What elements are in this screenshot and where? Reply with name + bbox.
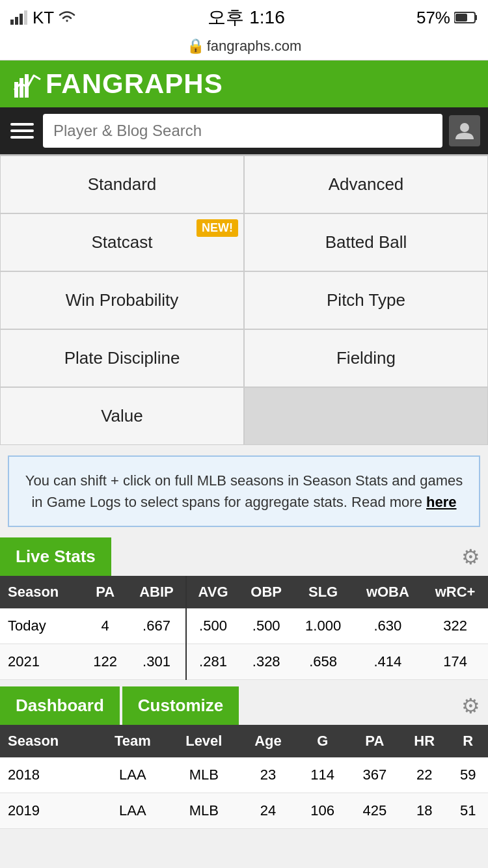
svg-rect-0 xyxy=(10,20,14,25)
cell-avg-2021: .281 xyxy=(186,644,239,680)
tab-pitch-type[interactable]: Pitch Type xyxy=(244,271,488,329)
info-box-link[interactable]: here xyxy=(426,494,456,510)
site-header: FANGRAPHS xyxy=(0,61,488,107)
tab-statcast[interactable]: Statcast NEW! xyxy=(0,213,244,271)
dash-age-2019: 24 xyxy=(239,793,296,829)
svg-rect-1 xyxy=(15,17,18,25)
svg-rect-8 xyxy=(20,78,23,98)
dash-g-2018: 114 xyxy=(297,757,349,793)
tab-empty-placeholder xyxy=(244,387,488,445)
tab-batted-ball[interactable]: Batted Ball xyxy=(244,213,488,271)
tab-fielding[interactable]: Fielding xyxy=(244,329,488,387)
col-woba: wOBA xyxy=(353,576,422,608)
cell-woba-2021: .414 xyxy=(353,644,422,680)
url-text: fangraphs.com xyxy=(207,38,302,54)
dash-team-2018: LAA xyxy=(97,757,168,793)
dash-col-season: Season xyxy=(0,725,97,757)
carrier-label: KT xyxy=(33,8,54,28)
col-slg: SLG xyxy=(293,576,353,608)
dash-col-pa: PA xyxy=(349,725,401,757)
live-stats-table: Season PA ABIP AVG OBP SLG wOBA wRC+ Tod… xyxy=(0,576,488,680)
search-bar-row xyxy=(0,107,488,154)
svg-rect-5 xyxy=(475,15,477,20)
dashboard-gear-icon[interactable]: ⚙ xyxy=(461,694,480,718)
dash-level-2018: MLB xyxy=(168,757,239,793)
cell-pa-2021: 122 xyxy=(83,644,127,680)
cell-obp-2021: .328 xyxy=(239,644,293,680)
svg-point-10 xyxy=(460,123,469,132)
tab-standard[interactable]: Standard xyxy=(0,156,244,213)
cell-wrc-2021: 174 xyxy=(422,644,488,680)
cell-slg-2021: .658 xyxy=(293,644,353,680)
dashboard-header-row: Season Team Level Age G PA HR R xyxy=(0,725,488,757)
dash-r-2019: 51 xyxy=(448,793,488,829)
live-stats-header-row: Season PA ABIP AVG OBP SLG wOBA wRC+ xyxy=(0,576,488,608)
dash-pa-2019: 425 xyxy=(349,793,401,829)
hamburger-line-1 xyxy=(10,123,34,126)
col-pa: PA xyxy=(83,576,127,608)
tab-plate-discipline[interactable]: Plate Discipline xyxy=(0,329,244,387)
info-box: You can shift + click on full MLB season… xyxy=(8,455,480,527)
fangraphs-logo-icon xyxy=(13,69,43,99)
lock-icon: 🔒 xyxy=(187,38,204,54)
svg-rect-3 xyxy=(24,10,27,25)
col-obp: OBP xyxy=(239,576,293,608)
col-season: Season xyxy=(0,576,83,608)
stats-tabs-grid: Standard Advanced Statcast NEW! Batted B… xyxy=(0,154,488,445)
logo-text: FANGRAPHS xyxy=(46,68,223,100)
dashboard-button[interactable]: Dashboard xyxy=(0,686,120,725)
dash-g-2019: 106 xyxy=(297,793,349,829)
dash-col-r: R xyxy=(448,725,488,757)
hamburger-line-3 xyxy=(10,136,34,139)
cell-abip-2021: .301 xyxy=(128,644,186,680)
status-time: 오후 1:16 xyxy=(208,5,284,30)
dash-col-team: Team xyxy=(97,725,168,757)
live-stats-button[interactable]: Live Stats xyxy=(0,537,111,576)
cell-season-today: Today xyxy=(0,608,83,644)
cell-wrc-today: 322 xyxy=(422,608,488,644)
dash-col-hr: HR xyxy=(401,725,448,757)
live-stats-gear-icon[interactable]: ⚙ xyxy=(461,545,480,569)
table-row: 2019 LAA MLB 24 106 425 18 51 xyxy=(0,793,488,829)
tab-advanced[interactable]: Advanced xyxy=(244,156,488,213)
user-account-button[interactable] xyxy=(449,115,480,146)
dash-season-2018: 2018 xyxy=(0,757,97,793)
dash-col-level: Level xyxy=(168,725,239,757)
battery-icon xyxy=(454,11,478,24)
dash-col-g: G xyxy=(297,725,349,757)
tab-value[interactable]: Value xyxy=(0,387,244,445)
hamburger-line-2 xyxy=(10,129,34,132)
dashboard-section-header: Dashboard Customize ⚙ xyxy=(0,686,488,725)
table-row: 2018 LAA MLB 23 114 367 22 59 xyxy=(0,757,488,793)
status-right: 57% xyxy=(416,8,478,28)
new-badge: NEW! xyxy=(197,219,238,237)
hamburger-menu-button[interactable] xyxy=(8,120,36,141)
live-stats-section-header: Live Stats ⚙ xyxy=(0,537,488,576)
cell-woba-today: .630 xyxy=(353,608,422,644)
dash-hr-2018: 22 xyxy=(401,757,448,793)
wifi-icon xyxy=(58,10,76,25)
dash-r-2018: 59 xyxy=(448,757,488,793)
cell-abip-today: .667 xyxy=(128,608,186,644)
cell-avg-today: .500 xyxy=(186,608,239,644)
dash-age-2018: 23 xyxy=(239,757,296,793)
dash-team-2019: LAA xyxy=(97,793,168,829)
status-bar: KT 오후 1:16 57% xyxy=(0,0,488,35)
cell-pa-today: 4 xyxy=(83,608,127,644)
col-abip: ABIP xyxy=(128,576,186,608)
svg-rect-6 xyxy=(455,14,467,21)
user-icon xyxy=(455,121,474,141)
table-row: Today 4 .667 .500 .500 1.000 .630 322 xyxy=(0,608,488,644)
site-logo: FANGRAPHS xyxy=(13,68,223,100)
info-box-text: You can shift + click on full MLB season… xyxy=(25,472,463,510)
search-input[interactable] xyxy=(43,114,442,148)
dashboard-table: Season Team Level Age G PA HR R 2018 LAA… xyxy=(0,725,488,829)
battery-percent: 57% xyxy=(416,8,450,28)
customize-button[interactable]: Customize xyxy=(122,686,239,725)
dash-season-2019: 2019 xyxy=(0,793,97,829)
dash-pa-2018: 367 xyxy=(349,757,401,793)
signal-icon xyxy=(10,10,29,25)
url-bar: 🔒fangraphs.com xyxy=(0,35,488,61)
col-wrc: wRC+ xyxy=(422,576,488,608)
tab-win-probability[interactable]: Win Probability xyxy=(0,271,244,329)
